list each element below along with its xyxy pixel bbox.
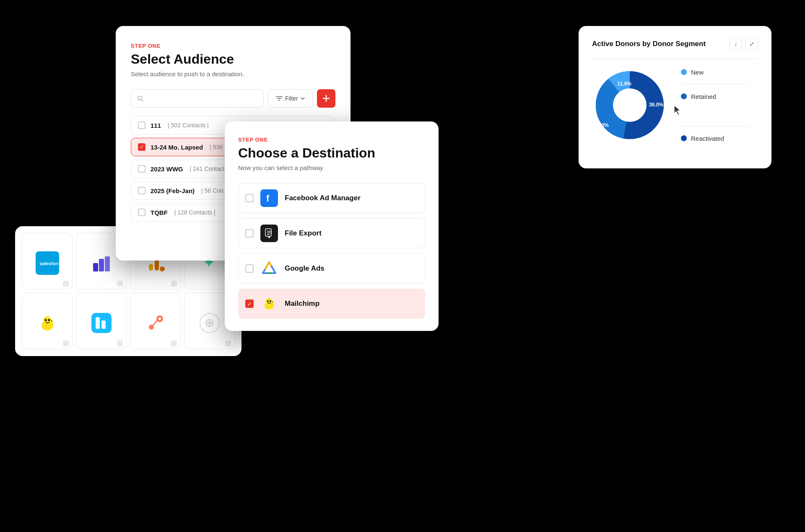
svg-point-15 bbox=[44, 319, 47, 321]
legend-divider-2 bbox=[681, 126, 748, 127]
expand-icon: ⤢ bbox=[749, 41, 754, 47]
svg-rect-19 bbox=[63, 341, 69, 346]
chart-body: 11.0% 36.0% 81.0% New Retained bbox=[592, 67, 758, 143]
dest-row-google-ads[interactable]: Google Ads bbox=[238, 253, 425, 284]
dest-checkbox-facebook[interactable] bbox=[245, 194, 254, 202]
svg-point-44 bbox=[267, 300, 269, 302]
legend-dot-reactivated bbox=[681, 135, 687, 141]
svg-point-45 bbox=[270, 300, 271, 302]
chart-header: Active Donors by Donor Segment ↓ ⤢ bbox=[592, 38, 758, 50]
dest-name-file-export: File Export bbox=[285, 229, 322, 238]
svg-rect-23 bbox=[117, 341, 123, 346]
dest-checkbox-file-export[interactable] bbox=[245, 229, 254, 238]
audience-checkbox-5[interactable] bbox=[138, 209, 145, 216]
filter-icon bbox=[276, 96, 283, 101]
watermark bbox=[117, 281, 123, 287]
svg-rect-3 bbox=[93, 263, 98, 271]
add-audience-button[interactable] bbox=[317, 89, 335, 108]
legend-divider-1 bbox=[681, 84, 748, 85]
svg-rect-38 bbox=[265, 229, 271, 236]
download-icon: ↓ bbox=[735, 41, 737, 47]
svg-rect-8 bbox=[155, 260, 159, 271]
integration-salesforce[interactable]: salesforce bbox=[22, 233, 73, 289]
search-row: Filter bbox=[131, 89, 335, 108]
scene: salesforce bbox=[0, 0, 805, 532]
svg-point-9 bbox=[160, 266, 165, 271]
chart-legend: New Retained Reactivated bbox=[681, 69, 748, 142]
integration-mailchimp[interactable] bbox=[22, 293, 73, 349]
svg-text:f: f bbox=[266, 193, 270, 204]
svg-rect-21 bbox=[96, 317, 100, 329]
svg-point-18 bbox=[51, 320, 52, 321]
audience-checkbox-4[interactable] bbox=[138, 187, 145, 194]
audience-title: Select Audience bbox=[131, 52, 335, 67]
svg-rect-29 bbox=[225, 341, 231, 346]
audience-checkbox-3[interactable] bbox=[138, 165, 145, 173]
audience-checkbox-2[interactable]: ✓ bbox=[138, 143, 145, 151]
audience-name-3: 2023 WWG bbox=[151, 165, 183, 173]
salesforce-logo: salesforce bbox=[36, 251, 59, 275]
legend-dot-retained bbox=[681, 93, 687, 99]
legend-label-reactivated: Reactivated bbox=[691, 135, 724, 142]
dest-checkbox-mailchimp[interactable]: ✓ bbox=[245, 300, 254, 308]
search-box[interactable] bbox=[131, 89, 264, 108]
legend-label-new: New bbox=[691, 69, 704, 76]
watermark bbox=[63, 341, 69, 346]
svg-point-52 bbox=[613, 88, 647, 122]
download-button[interactable]: ↓ bbox=[730, 38, 742, 50]
google-ads-icon bbox=[260, 260, 278, 277]
chart-panel: Active Donors by Donor Segment ↓ ⤢ bbox=[579, 26, 771, 168]
chart-title: Active Donors by Donor Segment bbox=[592, 40, 706, 48]
audience-name-5: TQBF bbox=[151, 209, 168, 216]
dest-row-mailchimp[interactable]: ✓ Mailchimp bbox=[238, 289, 425, 319]
svg-rect-4 bbox=[99, 259, 104, 271]
watermark bbox=[171, 341, 177, 346]
svg-rect-22 bbox=[101, 320, 106, 329]
dest-name-google-ads: Google Ads bbox=[285, 264, 325, 273]
dest-step-label: STEP ONE bbox=[238, 137, 425, 143]
audience-step-label: STEP ONE bbox=[131, 43, 335, 49]
svg-point-16 bbox=[48, 319, 50, 321]
dest-subtitle: Now you can select a pathway bbox=[238, 164, 425, 171]
chart-divider bbox=[592, 59, 758, 59]
svg-line-26 bbox=[153, 320, 157, 325]
audience-meta-5: | 128 Contacts | bbox=[174, 209, 216, 216]
dest-checkbox-google-ads[interactable] bbox=[245, 264, 254, 273]
integration-monkeylearn[interactable] bbox=[76, 293, 127, 349]
audience-name-4: 2025 (Feb-Jan) bbox=[151, 187, 195, 194]
search-icon bbox=[137, 95, 143, 102]
filter-label: Filter bbox=[285, 95, 298, 102]
svg-rect-2 bbox=[63, 281, 69, 287]
audience-name-1: 111 bbox=[151, 122, 161, 129]
audience-meta-4: | 56 Con... bbox=[201, 187, 228, 194]
mosaic-logo bbox=[90, 251, 113, 275]
svg-point-47 bbox=[272, 302, 273, 302]
legend-item-new: New bbox=[681, 69, 748, 76]
legend-label-retained: Retained bbox=[691, 93, 716, 100]
add-logo: ⊕ bbox=[200, 313, 220, 333]
chevron-down-icon bbox=[301, 97, 305, 100]
search-input[interactable] bbox=[147, 95, 257, 102]
expand-button[interactable]: ⤢ bbox=[745, 38, 758, 50]
cursor-icon bbox=[673, 104, 683, 116]
svg-rect-6 bbox=[117, 281, 123, 287]
integration-hubspot[interactable] bbox=[130, 293, 181, 349]
monkeylearn-logo bbox=[90, 311, 113, 335]
mailchimp-logo bbox=[36, 311, 59, 335]
mailchimp-dest-icon bbox=[260, 295, 278, 312]
pct-new: 11.0% bbox=[617, 81, 631, 87]
pct-reactivated: 81.0% bbox=[595, 122, 609, 128]
filter-button[interactable]: Filter bbox=[268, 89, 313, 108]
donut-chart: 11.0% 36.0% 81.0% bbox=[592, 67, 667, 143]
destination-panel: STEP ONE Choose a Destination Now you ca… bbox=[225, 121, 439, 331]
audience-checkbox-1[interactable] bbox=[138, 121, 145, 129]
dest-row-facebook[interactable]: f Facebook Ad Manager bbox=[238, 183, 425, 213]
audience-subtitle: Select audience to push to a destination… bbox=[131, 70, 335, 77]
pct-retained: 36.0% bbox=[649, 102, 663, 108]
svg-rect-7 bbox=[149, 264, 153, 271]
dest-row-file-export[interactable]: File Export bbox=[238, 218, 425, 248]
watermark bbox=[225, 341, 231, 346]
svg-line-31 bbox=[141, 100, 143, 101]
svg-point-27 bbox=[158, 318, 161, 320]
hubspot-logo bbox=[144, 311, 167, 335]
